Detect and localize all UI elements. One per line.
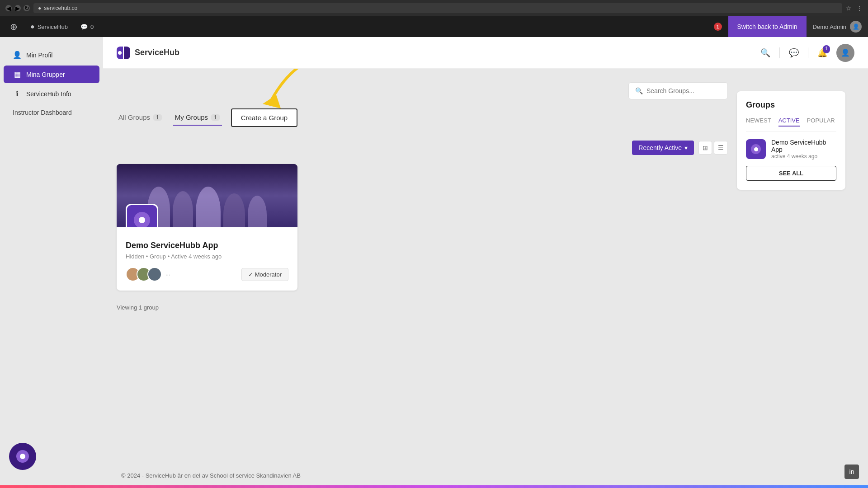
header-divider-2 xyxy=(808,47,808,58)
notifications-bell[interactable]: 🔔 1 xyxy=(817,48,827,58)
switch-back-button[interactable]: Switch back to Admin xyxy=(728,16,807,37)
browser-menu-icon[interactable]: ⋮ xyxy=(856,5,863,12)
wp-servicehub-icon: ● xyxy=(30,23,35,31)
wp-servicehub-label: ServiceHub xyxy=(38,23,68,30)
widget-group-logo xyxy=(746,139,766,159)
groups-tab-active[interactable]: ACTIVE xyxy=(778,117,800,127)
wp-logo-icon: ⊕ xyxy=(10,21,18,32)
url-text: servicehub.co xyxy=(44,5,77,11)
wp-admin-bar: ⊕ ● ServiceHub 💬 0 1 Switch back to Admi… xyxy=(0,16,868,37)
browser-controls: ◀ ▶ ↻ xyxy=(5,5,30,11)
groups-tab-popular[interactable]: POPULAR xyxy=(807,117,835,127)
recently-active-filter[interactable]: Recently Active ▾ xyxy=(632,141,694,155)
group-card-demo[interactable]: Demo ServiceHubb App Hidden • Group • Ac… xyxy=(117,164,297,291)
messages-icon[interactable]: 💬 xyxy=(789,48,799,58)
search-row: 🔍 xyxy=(117,82,728,99)
sidebar-label-min-profil: Min Profil xyxy=(26,52,52,59)
chevron-down-icon: ▾ xyxy=(684,144,688,151)
tab-all-groups[interactable]: All Groups 1 xyxy=(117,110,164,126)
groups-widget-tabs: NEWEST ACTIVE POPULAR xyxy=(746,117,836,131)
group-card-logo xyxy=(126,204,158,227)
browser-refresh[interactable]: ↻ xyxy=(24,5,30,11)
wp-logo-item[interactable]: ⊕ xyxy=(4,16,24,37)
sidebar-logo-dot xyxy=(20,454,25,459)
groups-icon: ▦ xyxy=(13,70,22,79)
group-logo-dot xyxy=(139,217,145,223)
group-card-body: Demo ServiceHubb App Hidden • Group • Ac… xyxy=(117,227,297,291)
moderator-badge: ✓ Moderator xyxy=(241,268,288,281)
grid-view-icon[interactable]: ⊞ xyxy=(698,141,712,155)
main-content: 🔍 All Groups 1 My Groups 1 xyxy=(117,82,728,463)
bottom-color-bar xyxy=(0,485,868,488)
wp-comments-icon: 💬 xyxy=(80,23,88,30)
main-body: 🔍 All Groups 1 My Groups 1 xyxy=(103,69,868,463)
header-actions: 🔍 💬 🔔 1 👤 xyxy=(760,44,854,62)
tabs-row: All Groups 1 My Groups 1 Create a Group xyxy=(117,108,728,127)
search-box[interactable]: 🔍 xyxy=(628,82,728,99)
view-icons: ⊞ ☰ xyxy=(698,141,728,155)
widget-group-item[interactable]: Demo ServiceHubb App active 4 weeks ago xyxy=(746,139,836,160)
notification-count-badge: 1 xyxy=(823,46,830,53)
demo-admin-label: Demo Admin xyxy=(813,23,846,30)
group-member-avatars: ··· xyxy=(126,267,170,282)
group-logo-inner xyxy=(134,212,150,227)
browser-back[interactable]: ◀ xyxy=(5,5,12,11)
browser-actions: ☆ ⋮ xyxy=(846,5,863,12)
user-icon: 👤 xyxy=(13,51,22,59)
create-group-wrapper: Create a Group xyxy=(231,108,297,127)
moderator-role-label: ✓ Moderator xyxy=(248,271,282,278)
sidebar-logo-inner xyxy=(16,450,29,463)
header-brand-name: ServiceHub xyxy=(135,48,179,57)
filter-row: Recently Active ▾ ⊞ ☰ xyxy=(117,141,728,155)
create-group-button[interactable]: Create a Group xyxy=(231,108,297,127)
sidebar-item-min-profil[interactable]: 👤 Min Profil xyxy=(4,46,99,64)
list-view-icon[interactable]: ☰ xyxy=(714,141,728,155)
demo-admin-avatar-icon: 👤 xyxy=(850,21,862,33)
tab-my-groups[interactable]: My Groups 1 xyxy=(173,110,222,126)
linkedin-icon[interactable]: in xyxy=(844,465,859,479)
right-sidebar: Groups NEWEST ACTIVE POPULAR De xyxy=(728,82,854,463)
people-shapes xyxy=(147,187,267,227)
search-input-icon: 🔍 xyxy=(635,87,643,94)
search-icon[interactable]: 🔍 xyxy=(760,48,770,58)
sidebar-label-mina-grupper: Mina Grupper xyxy=(26,71,65,78)
all-groups-count: 1 xyxy=(153,114,162,121)
member-avatar-more: ··· xyxy=(165,271,170,278)
widget-group-time: active 4 weeks ago xyxy=(771,153,836,160)
browser-bookmark-icon[interactable]: ☆ xyxy=(846,5,852,12)
member-avatar-3 xyxy=(147,267,162,282)
sidebar: 👤 Min Profil ▦ Mina Grupper ℹ ServiceHub… xyxy=(0,37,103,488)
browser-url-bar[interactable]: ● servicehub.co xyxy=(33,3,842,13)
header-divider-1 xyxy=(779,47,780,58)
footer: © 2024 - ServiceHub är en del av School … xyxy=(103,463,868,488)
sidebar-item-mina-grupper[interactable]: ▦ Mina Grupper xyxy=(4,66,99,83)
group-card-meta: Hidden • Group • Active 4 weeks ago xyxy=(126,253,288,260)
site-header: ServiceHub 🔍 💬 🔔 1 👤 xyxy=(103,37,868,69)
all-groups-label: All Groups xyxy=(118,113,150,121)
group-card-title: Demo ServiceHubb App xyxy=(126,241,288,250)
groups-widget-title: Groups xyxy=(746,100,836,110)
sidebar-item-instructor-dashboard[interactable]: Instructor Dashboard xyxy=(4,104,99,121)
wp-comments-count: 0 xyxy=(90,23,94,30)
wp-comments-item[interactable]: 💬 0 xyxy=(74,16,100,37)
see-all-button[interactable]: SEE ALL xyxy=(746,166,836,181)
wp-servicehub-item[interactable]: ● ServiceHub xyxy=(24,16,74,37)
widget-group-name: Demo ServiceHubb App xyxy=(771,139,836,153)
brand-logo xyxy=(117,47,130,59)
group-card-image xyxy=(117,164,297,227)
user-avatar[interactable]: 👤 xyxy=(836,44,854,62)
widget-logo-inner xyxy=(751,144,761,154)
viewing-text: Viewing 1 group xyxy=(117,304,728,311)
groups-tab-newest[interactable]: NEWEST xyxy=(746,117,771,127)
wp-admin-bar-right: 1 Switch back to Admin Demo Admin 👤 xyxy=(708,16,868,37)
notification-badge: 1 xyxy=(714,23,722,31)
sidebar-item-servicehub-info[interactable]: ℹ ServiceHub Info xyxy=(4,85,99,103)
browser-forward[interactable]: ▶ xyxy=(14,5,21,11)
search-groups-input[interactable] xyxy=(646,87,721,94)
my-groups-label: My Groups xyxy=(175,113,208,121)
viewing-count-label: Viewing 1 group xyxy=(117,304,159,311)
sidebar-bottom xyxy=(0,434,103,479)
switch-back-label: Switch back to Admin xyxy=(737,23,797,30)
demo-admin-item[interactable]: Demo Admin 👤 xyxy=(807,16,868,37)
widget-logo-dot xyxy=(754,147,758,151)
